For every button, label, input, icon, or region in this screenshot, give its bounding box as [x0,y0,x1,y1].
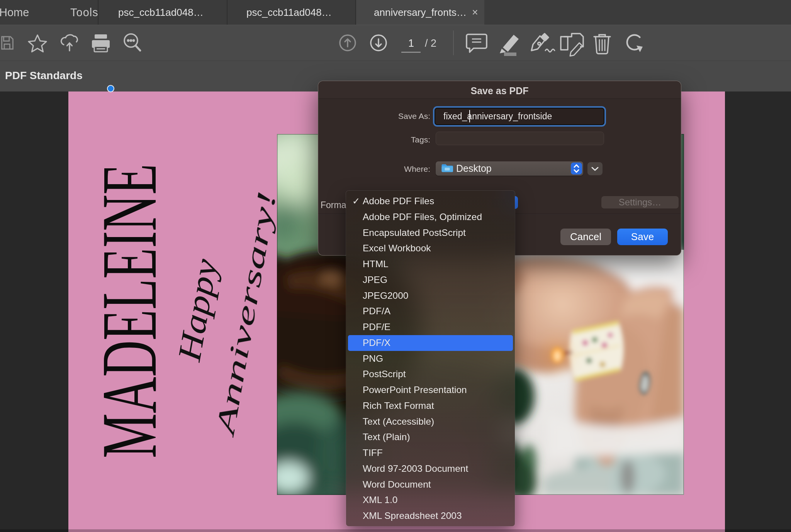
svg-text:1: 1 [408,37,414,49]
svg-text:/ 2: / 2 [425,37,436,49]
